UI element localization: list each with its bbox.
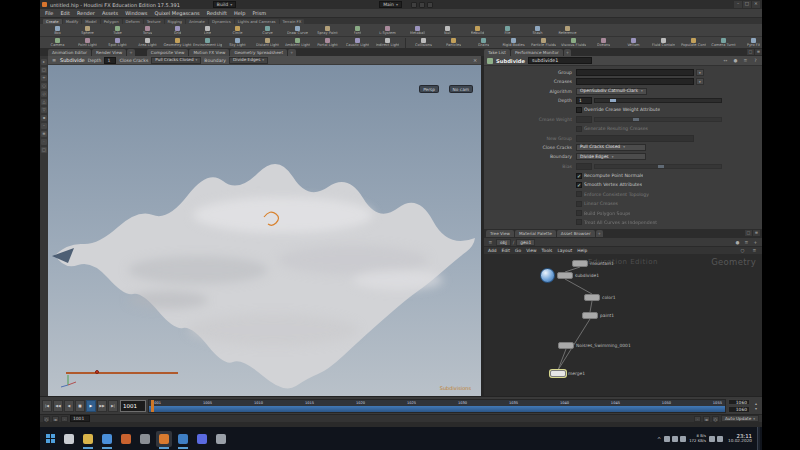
stop-button[interactable]: ■ — [75, 400, 85, 412]
pane-menu-icon[interactable] — [753, 230, 760, 236]
shelf-tool-rebuild[interactable]: Rebuild — [463, 26, 492, 35]
shelf-tool-spot-light[interactable]: Spot Light — [103, 38, 132, 47]
minimize-button[interactable] — [734, 1, 742, 8]
new-tab-button[interactable]: + — [288, 49, 296, 56]
audio-toggle-icon[interactable]: ≡ — [52, 416, 59, 422]
param-field-depth[interactable]: 1 — [576, 97, 592, 104]
menu-windows[interactable]: Windows — [125, 10, 147, 16]
search-icon[interactable]: ○ — [739, 248, 746, 253]
shelf-tool-point-light[interactable]: Point Light — [73, 38, 102, 47]
timeline-bar[interactable] — [149, 406, 725, 412]
viewport-3d-scene[interactable] — [48, 65, 481, 396]
scale-tool-icon[interactable]: ◇ — [41, 91, 47, 97]
tab-animation-editor[interactable]: Animation Editor — [48, 49, 91, 56]
netmenu-edit[interactable]: Edit — [502, 248, 511, 253]
play-reverse-button[interactable]: ◀ — [64, 400, 74, 412]
shelf-tool-l-system[interactable]: L-System — [373, 26, 402, 35]
global-animation-icon[interactable]: ≡ — [703, 416, 710, 422]
node-body[interactable] — [550, 370, 566, 377]
netmenu-go[interactable]: Go — [515, 248, 521, 253]
boundary-dropdown[interactable]: Divide Edges — [229, 57, 268, 64]
shelf-tool-populate-cont[interactable]: Populate Cont — [679, 38, 708, 47]
update-mode-dropdown[interactable]: Auto Update — [721, 415, 759, 422]
depth-handle-slider[interactable] — [66, 370, 178, 374]
houdini-icon[interactable] — [156, 431, 172, 447]
shelf-tool-sky-light[interactable]: Sky Light — [223, 38, 252, 47]
node-color1[interactable]: color1 — [584, 294, 616, 301]
menu-quixel-megascans[interactable]: Quixel Megascans — [154, 10, 199, 16]
node-merge1[interactable]: merge1 — [550, 370, 585, 377]
next-keyframe-button[interactable]: ▶▶ — [97, 400, 107, 412]
input-output-icon[interactable] — [722, 58, 729, 63]
realtime-toggle-icon[interactable]: ○ — [43, 416, 50, 422]
param-slider-crease-weight[interactable] — [594, 117, 722, 122]
shelf-tool-particles[interactable]: Particles — [439, 38, 468, 47]
new-tab-button[interactable]: + — [564, 49, 572, 56]
rotate-tool-icon[interactable]: ○ — [41, 83, 47, 89]
prev-keyframe-button[interactable]: ◀◀ — [53, 400, 63, 412]
tab-asset-browser[interactable]: Asset Browser — [557, 230, 595, 237]
param-dropdown-boundary[interactable]: Divide Edges — [576, 153, 646, 160]
gear-icon[interactable] — [742, 58, 749, 63]
checkbox-linear-creases[interactable] — [576, 201, 582, 207]
handles-tool-icon[interactable]: ▽ — [41, 107, 47, 113]
loop-mode-icon[interactable]: · — [61, 416, 68, 422]
menu-prism[interactable]: Prism — [252, 10, 266, 16]
zoom-icon[interactable]: + — [752, 240, 759, 245]
network-icon[interactable] — [717, 436, 723, 442]
code-editor-icon[interactable] — [175, 431, 191, 447]
shelf-tool-caustic-light[interactable]: Caustic Light — [343, 38, 372, 47]
shelf-tool-grains[interactable]: Grains — [469, 38, 498, 47]
pane-split-icon[interactable] — [747, 49, 754, 55]
snap-tool-icon[interactable]: ▪ — [41, 115, 47, 121]
shelf-tool-camera[interactable]: Camera — [43, 38, 72, 47]
search-icon[interactable] — [61, 431, 77, 447]
close-cracks-dropdown[interactable]: Pull Cracks Closed — [151, 57, 201, 64]
pin-icon[interactable]: ● — [734, 240, 741, 245]
shelf-tool-ambient-light[interactable]: Ambient Light — [283, 38, 312, 47]
node-body[interactable] — [557, 272, 573, 279]
node-mountain1[interactable]: mountain1 — [572, 260, 614, 267]
netmenu-help[interactable]: Help — [577, 248, 587, 253]
shelf-tool-reference[interactable]: Reference — [553, 26, 582, 35]
playback-preferences-icon[interactable]: ○ — [712, 416, 719, 422]
shelf-tool-curve[interactable]: Curve — [253, 26, 282, 35]
view-tool-icon[interactable]: ▸ — [41, 59, 47, 65]
volume-icon[interactable] — [709, 436, 715, 442]
chat-icon[interactable] — [194, 431, 210, 447]
shelf-tool-collisions[interactable]: Collisions — [409, 38, 438, 47]
checkbox-recompute-point-normals[interactable]: ✓ — [576, 173, 582, 179]
tab-geometry-spreadsheet[interactable]: Geometry Spreadsheet — [230, 49, 287, 56]
checkbox-treat-all-curves-as-independent[interactable] — [576, 219, 582, 225]
tab-take-list[interactable]: Take List — [484, 49, 510, 56]
param-field-group[interactable] — [576, 69, 694, 76]
range-end-field[interactable]: 1060 — [728, 406, 750, 413]
shelf-tool-null[interactable]: Null — [433, 26, 462, 35]
shelf-tool-environment-light[interactable]: Environment Light — [193, 38, 222, 47]
timeline[interactable]: 1001100510101015102010251030103510401045… — [148, 399, 726, 413]
shade-tool-icon[interactable]: ≡ — [41, 131, 47, 137]
explorer-icon[interactable] — [80, 431, 96, 447]
node-subdivide1[interactable]: subdivide1 — [540, 272, 599, 279]
param-dropdown-close-cracks[interactable]: Pull Cracks Closed — [576, 144, 646, 151]
select-tool-icon[interactable]: □ — [41, 67, 47, 73]
pose-tool-icon[interactable]: △ — [41, 99, 47, 105]
translate-tool-icon[interactable]: + — [41, 75, 47, 81]
tab-performance-monitor[interactable]: Performance Monitor — [511, 49, 563, 56]
settings-icon[interactable] — [427, 2, 433, 8]
shelf-tool-oceans[interactable]: Oceans — [589, 38, 618, 47]
netmenu-view[interactable]: View — [526, 248, 536, 253]
breadcrumb-obj[interactable]: obj — [496, 239, 511, 246]
node-paint1[interactable]: paint1 — [582, 312, 614, 319]
range-start-field[interactable]: 1001 — [70, 415, 90, 422]
shelf-tool-circle[interactable]: Circle — [223, 26, 252, 35]
pin-icon[interactable] — [732, 58, 739, 63]
shelf-tool-viscous-fluids[interactable]: Viscous Fluids — [559, 38, 588, 47]
tab-material-palette[interactable]: Material Palette — [515, 230, 556, 237]
desktop-selector[interactable]: Build — [213, 1, 236, 8]
playhead[interactable] — [151, 400, 154, 412]
take-selector[interactable]: Main — [379, 1, 402, 8]
checkbox-enforce-consistent-topology[interactable] — [576, 191, 582, 197]
param-field-crease-weight[interactable] — [576, 116, 592, 123]
close-button[interactable] — [752, 1, 760, 8]
